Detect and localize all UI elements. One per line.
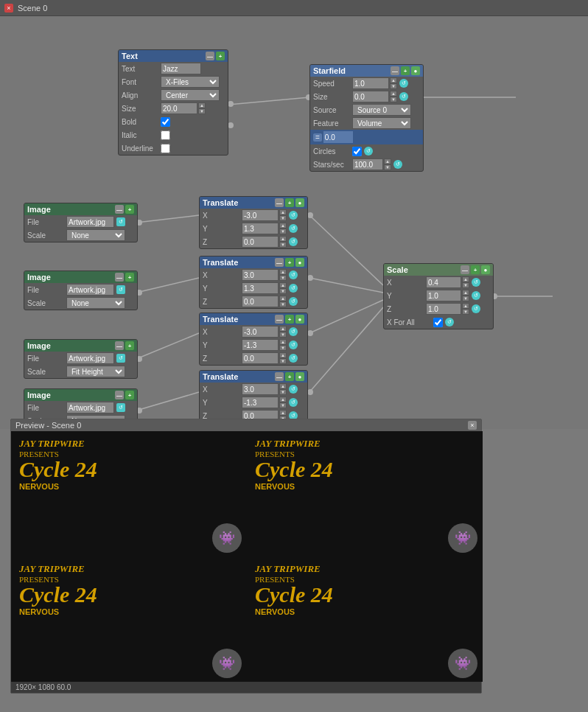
align-select[interactable]: Center xyxy=(161,89,220,101)
scale-z-up[interactable]: ▲ xyxy=(462,303,469,309)
scale-z-input[interactable] xyxy=(426,303,461,315)
italic-checkbox[interactable] xyxy=(161,130,170,140)
scale-y-icon[interactable]: ↺ xyxy=(472,291,480,300)
scale-x-up[interactable]: ▲ xyxy=(462,276,469,282)
text-text-input[interactable] xyxy=(161,63,201,74)
t3-green[interactable]: ● xyxy=(295,315,304,324)
image2-scale-select[interactable]: None xyxy=(66,297,125,309)
image1-scale-select[interactable]: None xyxy=(66,229,125,241)
sf-starssec-input[interactable] xyxy=(352,158,383,170)
scale-z-icon[interactable]: ↺ xyxy=(472,304,480,313)
t1-y-input[interactable] xyxy=(242,223,279,234)
scale-y-up[interactable]: ▲ xyxy=(462,290,469,296)
t4-expand[interactable]: + xyxy=(285,372,294,381)
t3-x-icon[interactable]: ↺ xyxy=(289,327,298,336)
t1-z-up[interactable]: ▲ xyxy=(279,236,287,242)
image4-file-icon[interactable]: ↺ xyxy=(116,403,125,412)
starfield-green[interactable]: ● xyxy=(411,66,420,75)
underline-checkbox[interactable] xyxy=(161,144,170,153)
t1-y-icon[interactable]: ↺ xyxy=(289,224,298,233)
image2-expand[interactable]: + xyxy=(125,273,134,282)
image1-expand[interactable]: + xyxy=(125,205,134,214)
t3-y-up[interactable]: ▲ xyxy=(279,339,287,345)
sf-size-down[interactable]: ▼ xyxy=(390,97,397,102)
t1-y-dn[interactable]: ▼ xyxy=(279,228,287,234)
image3-file-icon[interactable]: ↺ xyxy=(116,354,125,363)
image1-file-input[interactable] xyxy=(66,216,114,228)
size-down-btn[interactable]: ▼ xyxy=(198,108,206,114)
t3-x-input[interactable] xyxy=(242,326,279,338)
t4-x-icon[interactable]: ↺ xyxy=(289,385,298,394)
text-expand-icon[interactable]: + xyxy=(216,52,225,60)
t1-minimize[interactable]: — xyxy=(275,198,284,207)
size-input[interactable] xyxy=(161,102,197,114)
t2-y-dn[interactable]: ▼ xyxy=(279,288,287,294)
t3-z-up[interactable]: ▲ xyxy=(279,352,287,358)
image2-file-input[interactable] xyxy=(66,284,114,296)
sf-speed-input[interactable] xyxy=(352,77,389,89)
sf-circles-link-icon[interactable]: ↺ xyxy=(364,147,373,156)
starfield-expand[interactable]: + xyxy=(401,66,410,75)
scale-xforall-icon[interactable]: ↺ xyxy=(445,318,454,327)
text-minimize-icon[interactable]: — xyxy=(206,52,214,60)
t1-z-input[interactable] xyxy=(242,236,279,248)
image3-minimize[interactable]: — xyxy=(115,341,124,350)
starfield-minimize[interactable]: — xyxy=(391,66,399,75)
sf-size-link-icon[interactable]: ↺ xyxy=(399,92,408,101)
sf-eq-input[interactable] xyxy=(323,131,353,143)
size-up-btn[interactable]: ▲ xyxy=(198,102,206,108)
t1-z-dn[interactable]: ▼ xyxy=(279,242,287,248)
t2-z-dn[interactable]: ▼ xyxy=(279,301,287,307)
t3-y-dn[interactable]: ▼ xyxy=(279,345,287,351)
scale-x-input[interactable] xyxy=(426,276,461,288)
image2-minimize[interactable]: — xyxy=(115,273,124,282)
scale-x-dn[interactable]: ▼ xyxy=(462,282,469,288)
t3-x-up[interactable]: ▲ xyxy=(279,326,287,332)
scale-x-icon[interactable]: ↺ xyxy=(472,278,480,287)
t3-z-icon[interactable]: ↺ xyxy=(289,354,298,363)
scale-y-input[interactable] xyxy=(426,290,461,301)
sf-size-input[interactable] xyxy=(352,91,389,102)
t1-z-icon[interactable]: ↺ xyxy=(289,237,298,246)
image3-expand[interactable]: + xyxy=(125,341,134,350)
t2-z-up[interactable]: ▲ xyxy=(279,296,287,301)
image4-minimize[interactable]: — xyxy=(115,391,124,399)
scale-y-dn[interactable]: ▼ xyxy=(462,296,469,301)
t1-green[interactable]: ● xyxy=(295,198,304,207)
sf-starssec-up[interactable]: ▲ xyxy=(384,158,391,164)
t1-x-icon[interactable]: ↺ xyxy=(289,211,298,220)
t3-y-input[interactable] xyxy=(242,339,279,351)
image4-file-input[interactable] xyxy=(66,402,114,413)
sf-size-up[interactable]: ▲ xyxy=(390,91,397,97)
scale-xforall-checkbox[interactable] xyxy=(433,318,443,327)
image3-scale-select[interactable]: Fit Height xyxy=(66,366,125,377)
t2-expand[interactable]: + xyxy=(285,258,294,267)
image2-file-icon[interactable]: ↺ xyxy=(116,285,125,294)
close-button[interactable]: × xyxy=(4,4,13,13)
t2-z-icon[interactable]: ↺ xyxy=(289,297,298,306)
t2-x-dn[interactable]: ▼ xyxy=(279,275,287,281)
t3-x-dn[interactable]: ▼ xyxy=(279,332,287,338)
bold-checkbox[interactable] xyxy=(161,117,170,127)
scale-expand[interactable]: + xyxy=(471,265,480,274)
t3-z-dn[interactable]: ▼ xyxy=(279,358,287,364)
sf-feature-select[interactable]: Volume xyxy=(352,117,411,129)
t2-y-icon[interactable]: ↺ xyxy=(289,284,298,293)
image4-expand[interactable]: + xyxy=(125,391,134,399)
t2-y-input[interactable] xyxy=(242,282,279,294)
t2-x-input[interactable] xyxy=(242,269,279,281)
image1-file-icon[interactable]: ↺ xyxy=(116,217,125,226)
t4-green[interactable]: ● xyxy=(295,372,304,381)
t1-x-dn[interactable]: ▼ xyxy=(279,215,287,221)
sf-starssec-link-icon[interactable]: ↺ xyxy=(393,160,402,169)
t1-x-up[interactable]: ▲ xyxy=(279,209,287,215)
t3-minimize[interactable]: — xyxy=(275,315,284,324)
sf-starssec-down[interactable]: ▼ xyxy=(384,164,391,170)
t2-x-icon[interactable]: ↺ xyxy=(289,271,298,279)
t1-expand[interactable]: + xyxy=(285,198,294,207)
scale-z-dn[interactable]: ▼ xyxy=(462,309,469,315)
t2-z-input[interactable] xyxy=(242,296,279,307)
t4-y-dn[interactable]: ▼ xyxy=(279,402,287,408)
t2-minimize[interactable]: — xyxy=(275,258,284,267)
sf-speed-up[interactable]: ▲ xyxy=(390,77,397,83)
